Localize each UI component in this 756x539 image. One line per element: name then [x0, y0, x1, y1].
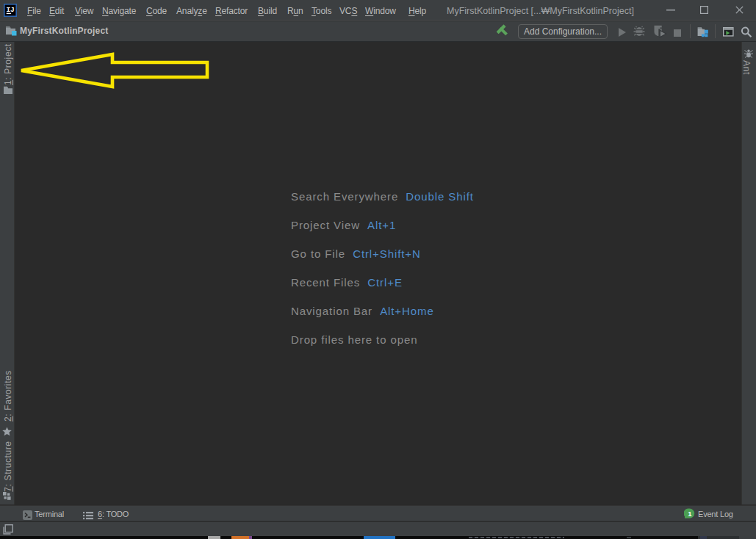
svg-text:1: 1 — [688, 510, 692, 518]
svg-text:IJ: IJ — [6, 6, 14, 14]
